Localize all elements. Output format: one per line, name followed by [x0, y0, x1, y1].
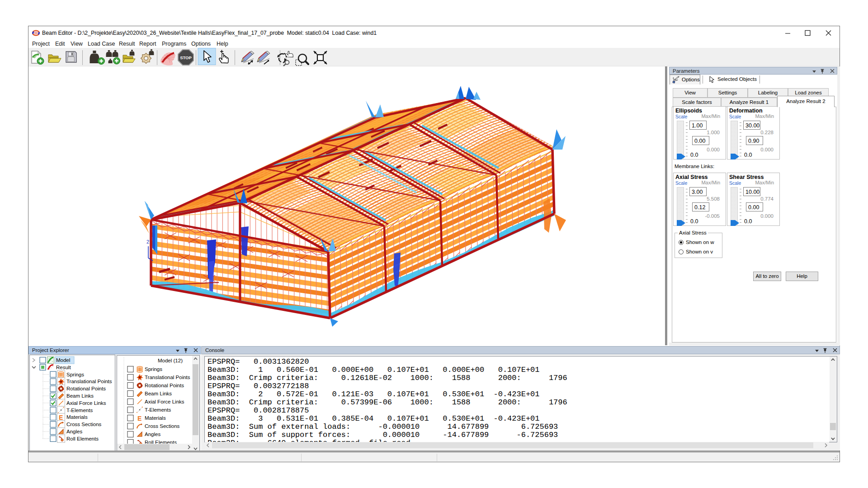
svg-text:E: E: [137, 415, 142, 422]
svg-text:Axial Force Links: Axial Force Links: [145, 399, 184, 404]
svg-text:Translational Points: Translational Points: [145, 375, 190, 380]
svg-text:Cross Sections: Cross Sections: [145, 423, 180, 429]
svg-text:Materials: Materials: [66, 414, 88, 420]
svg-text:Rotational Points: Rotational Points: [66, 386, 106, 391]
svg-text:Beam Links: Beam Links: [145, 391, 172, 396]
svg-text:Roll Elements: Roll Elements: [66, 436, 99, 441]
svg-text:T-Elements: T-Elements: [66, 408, 93, 413]
svg-text:Angles: Angles: [145, 432, 160, 437]
svg-text:Angles: Angles: [66, 429, 82, 434]
svg-text:Cross Sections: Cross Sections: [66, 422, 102, 427]
svg-text:Beam Links: Beam Links: [66, 393, 94, 399]
svg-text:2: 2: [146, 239, 149, 244]
svg-text:Springs: Springs: [66, 372, 84, 377]
svg-text:Model (12): Model (12): [158, 358, 183, 363]
svg-text:Rotational Points: Rotational Points: [145, 383, 184, 388]
svg-text:Axial Force Links: Axial Force Links: [66, 400, 106, 406]
svg-text:E: E: [59, 414, 63, 421]
svg-text:Model: Model: [56, 357, 70, 363]
svg-text:Translational Points: Translational Points: [66, 379, 112, 384]
svg-text:Springs: Springs: [145, 366, 162, 372]
svg-text:STOP: STOP: [180, 55, 192, 60]
svg-text:Result: Result: [56, 365, 71, 370]
svg-text:T-Elements: T-Elements: [145, 407, 171, 413]
svg-text:Materials: Materials: [145, 415, 166, 421]
